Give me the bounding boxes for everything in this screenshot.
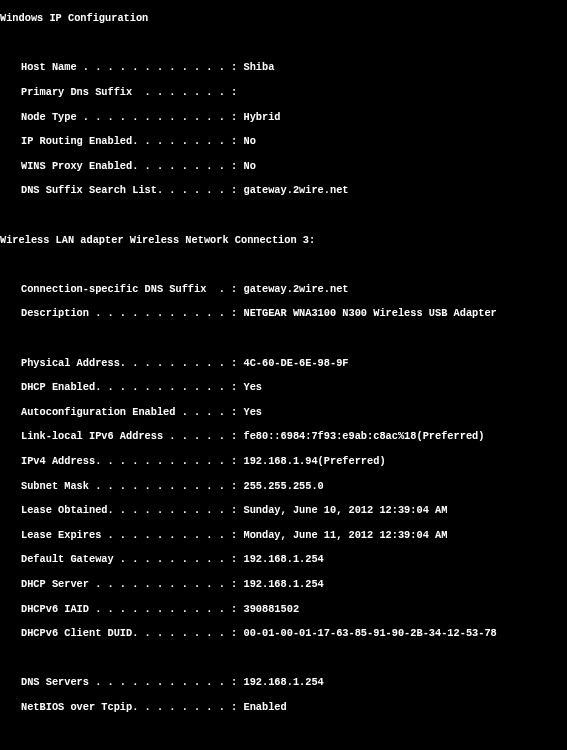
label: WINS Proxy Enabled. . . . . . . . : xyxy=(21,160,243,172)
label: IP Routing Enabled. . . . . . . . : xyxy=(21,135,243,147)
kv-row: Link-local IPv6 Address . . . . . : fe80… xyxy=(0,430,567,442)
blank-line xyxy=(0,332,567,344)
kv-row: DNS Servers . . . . . . . . . . . : 192.… xyxy=(0,676,567,688)
kv-row: DHCPv6 IAID . . . . . . . . . . . : 3908… xyxy=(0,603,567,615)
console-output: Windows IP Configuration Host Name . . .… xyxy=(0,0,567,750)
value: 192.168.1.254 xyxy=(243,553,323,565)
kv-row: Node Type . . . . . . . . . . . . : Hybr… xyxy=(0,111,567,123)
value: 192.168.1.94(Preferred) xyxy=(243,455,385,467)
label: DHCPv6 IAID . . . . . . . . . . . : xyxy=(21,603,243,615)
value: 00-01-00-01-17-63-85-91-90-2B-34-12-53-7… xyxy=(243,627,496,639)
kv-row: DNS Suffix Search List. . . . . . : gate… xyxy=(0,184,567,196)
label: DNS Servers . . . . . . . . . . . : xyxy=(21,676,243,688)
value: Enabled xyxy=(243,701,286,713)
value: Hybrid xyxy=(243,111,280,123)
value: Sunday, June 10, 2012 12:39:04 AM xyxy=(243,504,447,516)
kv-row: Lease Expires . . . . . . . . . . : Mond… xyxy=(0,529,567,541)
label: Subnet Mask . . . . . . . . . . . : xyxy=(21,480,243,492)
value: 390881502 xyxy=(243,603,299,615)
kv-row: Subnet Mask . . . . . . . . . . . : 255.… xyxy=(0,480,567,492)
kv-row: IP Routing Enabled. . . . . . . . : No xyxy=(0,135,567,147)
label: DNS Suffix Search List. . . . . . : xyxy=(21,184,243,196)
value: fe80::6984:7f93:e9ab:c8ac%18(Preferred) xyxy=(243,430,484,442)
blank-line xyxy=(0,37,567,49)
value: gateway.2wire.net xyxy=(243,283,348,295)
value: gateway.2wire.net xyxy=(243,184,348,196)
value: 4C-60-DE-6E-98-9F xyxy=(243,357,348,369)
kv-row: Autoconfiguration Enabled . . . . : Yes xyxy=(0,406,567,418)
label: Primary Dns Suffix . . . . . . . : xyxy=(21,86,237,98)
header: Windows IP Configuration xyxy=(0,12,567,24)
label: Node Type . . . . . . . . . . . . : xyxy=(21,111,243,123)
label: NetBIOS over Tcpip. . . . . . . . : xyxy=(21,701,243,713)
label: DHCP Enabled. . . . . . . . . . . : xyxy=(21,381,243,393)
kv-row: Physical Address. . . . . . . . . : 4C-6… xyxy=(0,357,567,369)
label: Connection-specific DNS Suffix . : xyxy=(21,283,243,295)
kv-row: DHCP Server . . . . . . . . . . . : 192.… xyxy=(0,578,567,590)
blank-line xyxy=(0,209,567,221)
value: NETGEAR WNA3100 N300 Wireless USB Adapte… xyxy=(243,307,496,319)
label: DHCP Server . . . . . . . . . . . : xyxy=(21,578,243,590)
kv-row: DHCP Enabled. . . . . . . . . . . : Yes xyxy=(0,381,567,393)
value: 255.255.255.0 xyxy=(243,480,323,492)
value: Yes xyxy=(243,381,262,393)
kv-row: IPv4 Address. . . . . . . . . . . : 192.… xyxy=(0,455,567,467)
value: No xyxy=(243,135,255,147)
value: 192.168.1.254 xyxy=(243,676,323,688)
kv-row: Primary Dns Suffix . . . . . . . : xyxy=(0,86,567,98)
kv-row: WINS Proxy Enabled. . . . . . . . : No xyxy=(0,160,567,172)
kv-row: Default Gateway . . . . . . . . . : 192.… xyxy=(0,553,567,565)
value: No xyxy=(243,160,255,172)
label: Description . . . . . . . . . . . : xyxy=(21,307,243,319)
value: 192.168.1.254 xyxy=(243,578,323,590)
label: DHCPv6 Client DUID. . . . . . . . : xyxy=(21,627,243,639)
label: Link-local IPv6 Address . . . . . : xyxy=(21,430,243,442)
kv-row: Lease Obtained. . . . . . . . . . : Sund… xyxy=(0,504,567,516)
value: Yes xyxy=(243,406,262,418)
kv-row: Description . . . . . . . . . . . : NETG… xyxy=(0,307,567,319)
label: Lease Obtained. . . . . . . . . . : xyxy=(21,504,243,516)
label: Host Name . . . . . . . . . . . . : xyxy=(21,61,243,73)
blank-line xyxy=(0,258,567,270)
label: Physical Address. . . . . . . . . : xyxy=(21,357,243,369)
kv-row: NetBIOS over Tcpip. . . . . . . . : Enab… xyxy=(0,701,567,713)
label: Autoconfiguration Enabled . . . . : xyxy=(21,406,243,418)
kv-row: Connection-specific DNS Suffix . : gatew… xyxy=(0,283,567,295)
blank-line xyxy=(0,652,567,664)
blank-line xyxy=(0,726,567,738)
section-title: Wireless LAN adapter Wireless Network Co… xyxy=(0,234,567,246)
kv-row: DHCPv6 Client DUID. . . . . . . . : 00-0… xyxy=(0,627,567,639)
kv-row: Host Name . . . . . . . . . . . . : Shib… xyxy=(0,61,567,73)
label: IPv4 Address. . . . . . . . . . . : xyxy=(21,455,243,467)
value: Monday, June 11, 2012 12:39:04 AM xyxy=(243,529,447,541)
value: Shiba xyxy=(243,61,274,73)
label: Lease Expires . . . . . . . . . . : xyxy=(21,529,243,541)
label: Default Gateway . . . . . . . . . : xyxy=(21,553,243,565)
